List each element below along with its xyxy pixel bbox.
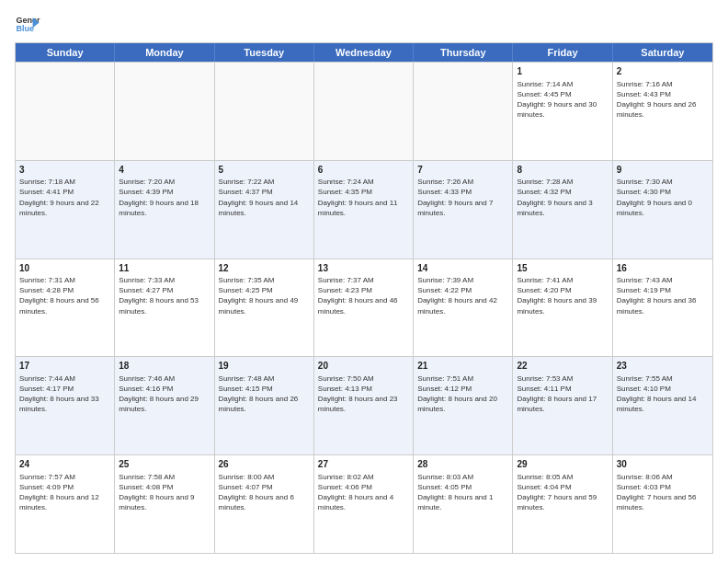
day-cell-5: 5Sunrise: 7:22 AM Sunset: 4:37 PM Daylig… [215, 161, 314, 259]
day-number: 14 [417, 262, 508, 275]
day-cell-20: 20Sunrise: 7:50 AM Sunset: 4:13 PM Dayli… [314, 357, 414, 454]
calendar-header: SundayMondayTuesdayWednesdayThursdayFrid… [16, 43, 712, 62]
day-number: 10 [19, 262, 110, 275]
day-info: Sunrise: 7:44 AM Sunset: 4:17 PM Dayligh… [19, 373, 110, 415]
day-cell-14: 14Sunrise: 7:39 AM Sunset: 4:22 PM Dayli… [414, 259, 513, 357]
logo-icon: General Blue [15, 11, 40, 37]
day-number: 3 [19, 164, 110, 177]
day-info: Sunrise: 7:20 AM Sunset: 4:39 PM Dayligh… [119, 177, 210, 218]
day-info: Sunrise: 8:02 AM Sunset: 4:06 PM Dayligh… [318, 472, 409, 513]
header: General Blue [15, 11, 713, 37]
day-info: Sunrise: 7:26 AM Sunset: 4:33 PM Dayligh… [417, 177, 508, 218]
day-cell-21: 21Sunrise: 7:51 AM Sunset: 4:12 PM Dayli… [414, 357, 513, 454]
day-info: Sunrise: 7:58 AM Sunset: 4:08 PM Dayligh… [119, 472, 210, 513]
day-cell-4: 4Sunrise: 7:20 AM Sunset: 4:39 PM Daylig… [115, 161, 214, 259]
day-info: Sunrise: 7:55 AM Sunset: 4:10 PM Dayligh… [617, 373, 709, 415]
day-info: Sunrise: 7:39 AM Sunset: 4:22 PM Dayligh… [417, 275, 508, 316]
day-number: 25 [119, 458, 210, 471]
day-cell-25: 25Sunrise: 7:58 AM Sunset: 4:08 PM Dayli… [115, 455, 214, 553]
calendar-row-1: 3Sunrise: 7:18 AM Sunset: 4:41 PM Daylig… [16, 160, 712, 259]
day-number: 22 [517, 360, 608, 373]
day-info: Sunrise: 7:41 AM Sunset: 4:20 PM Dayligh… [517, 275, 608, 316]
day-number: 1 [517, 65, 608, 78]
header-cell-friday: Friday [513, 43, 612, 62]
calendar: SundayMondayTuesdayWednesdayThursdayFrid… [15, 42, 713, 554]
day-info: Sunrise: 7:14 AM Sunset: 4:45 PM Dayligh… [517, 79, 608, 121]
day-info: Sunrise: 7:51 AM Sunset: 4:12 PM Dayligh… [417, 373, 508, 415]
calendar-row-4: 24Sunrise: 7:57 AM Sunset: 4:09 PM Dayli… [16, 454, 712, 553]
day-number: 16 [617, 262, 709, 275]
day-info: Sunrise: 7:48 AM Sunset: 4:15 PM Dayligh… [219, 373, 310, 415]
calendar-body: 1Sunrise: 7:14 AM Sunset: 4:45 PM Daylig… [16, 62, 712, 553]
day-number: 9 [617, 164, 709, 177]
calendar-row-2: 10Sunrise: 7:31 AM Sunset: 4:28 PM Dayli… [16, 259, 712, 357]
day-number: 24 [19, 458, 110, 471]
day-number: 13 [318, 262, 409, 275]
day-info: Sunrise: 7:16 AM Sunset: 4:43 PM Dayligh… [617, 79, 709, 121]
day-info: Sunrise: 7:57 AM Sunset: 4:09 PM Dayligh… [19, 472, 110, 513]
day-number: 17 [19, 360, 110, 373]
day-cell-2: 2Sunrise: 7:16 AM Sunset: 4:43 PM Daylig… [613, 63, 712, 160]
day-cell-7: 7Sunrise: 7:26 AM Sunset: 4:33 PM Daylig… [414, 161, 513, 259]
day-info: Sunrise: 7:22 AM Sunset: 4:37 PM Dayligh… [219, 177, 310, 218]
header-cell-monday: Monday [115, 43, 214, 62]
page: General Blue SundayMondayTuesdayWednesda… [0, 0, 728, 563]
empty-cell [314, 63, 414, 160]
day-cell-12: 12Sunrise: 7:35 AM Sunset: 4:25 PM Dayli… [215, 259, 314, 357]
day-info: Sunrise: 7:46 AM Sunset: 4:16 PM Dayligh… [119, 373, 210, 415]
day-cell-15: 15Sunrise: 7:41 AM Sunset: 4:20 PM Dayli… [513, 259, 612, 357]
day-number: 15 [517, 262, 608, 275]
day-number: 7 [417, 164, 508, 177]
day-cell-1: 1Sunrise: 7:14 AM Sunset: 4:45 PM Daylig… [513, 63, 612, 160]
day-number: 19 [219, 360, 310, 373]
day-cell-10: 10Sunrise: 7:31 AM Sunset: 4:28 PM Dayli… [16, 259, 115, 357]
day-cell-26: 26Sunrise: 8:00 AM Sunset: 4:07 PM Dayli… [215, 455, 314, 553]
day-number: 27 [318, 458, 409, 471]
day-info: Sunrise: 8:06 AM Sunset: 4:03 PM Dayligh… [617, 472, 709, 513]
day-number: 2 [617, 65, 709, 78]
day-number: 20 [318, 360, 409, 373]
day-number: 18 [119, 360, 210, 373]
day-info: Sunrise: 7:18 AM Sunset: 4:41 PM Dayligh… [19, 177, 110, 218]
header-cell-wednesday: Wednesday [314, 43, 414, 62]
header-cell-saturday: Saturday [613, 43, 712, 62]
logo: General Blue [15, 11, 40, 37]
header-cell-thursday: Thursday [414, 43, 513, 62]
day-number: 12 [219, 262, 310, 275]
header-cell-sunday: Sunday [16, 43, 115, 62]
day-number: 29 [517, 458, 608, 471]
day-cell-30: 30Sunrise: 8:06 AM Sunset: 4:03 PM Dayli… [613, 455, 712, 553]
day-info: Sunrise: 7:31 AM Sunset: 4:28 PM Dayligh… [19, 275, 110, 316]
svg-text:Blue: Blue [16, 24, 34, 33]
empty-cell [115, 63, 214, 160]
day-info: Sunrise: 7:30 AM Sunset: 4:30 PM Dayligh… [617, 177, 709, 218]
calendar-row-3: 17Sunrise: 7:44 AM Sunset: 4:17 PM Dayli… [16, 356, 712, 454]
day-info: Sunrise: 7:33 AM Sunset: 4:27 PM Dayligh… [119, 275, 210, 316]
empty-cell [414, 63, 513, 160]
day-number: 6 [318, 164, 409, 177]
day-info: Sunrise: 8:03 AM Sunset: 4:05 PM Dayligh… [417, 472, 508, 513]
day-number: 4 [119, 164, 210, 177]
day-info: Sunrise: 8:00 AM Sunset: 4:07 PM Dayligh… [219, 472, 310, 513]
day-info: Sunrise: 7:35 AM Sunset: 4:25 PM Dayligh… [219, 275, 310, 316]
day-cell-17: 17Sunrise: 7:44 AM Sunset: 4:17 PM Dayli… [16, 357, 115, 454]
day-number: 11 [119, 262, 210, 275]
day-info: Sunrise: 7:43 AM Sunset: 4:19 PM Dayligh… [617, 275, 709, 316]
day-cell-22: 22Sunrise: 7:53 AM Sunset: 4:11 PM Dayli… [513, 357, 612, 454]
day-info: Sunrise: 7:53 AM Sunset: 4:11 PM Dayligh… [517, 373, 608, 415]
day-info: Sunrise: 7:37 AM Sunset: 4:23 PM Dayligh… [318, 275, 409, 316]
day-cell-16: 16Sunrise: 7:43 AM Sunset: 4:19 PM Dayli… [613, 259, 712, 357]
day-cell-11: 11Sunrise: 7:33 AM Sunset: 4:27 PM Dayli… [115, 259, 214, 357]
day-cell-19: 19Sunrise: 7:48 AM Sunset: 4:15 PM Dayli… [215, 357, 314, 454]
empty-cell [16, 63, 115, 160]
day-cell-23: 23Sunrise: 7:55 AM Sunset: 4:10 PM Dayli… [613, 357, 712, 454]
day-cell-8: 8Sunrise: 7:28 AM Sunset: 4:32 PM Daylig… [513, 161, 612, 259]
empty-cell [215, 63, 314, 160]
day-cell-27: 27Sunrise: 8:02 AM Sunset: 4:06 PM Dayli… [314, 455, 414, 553]
day-number: 8 [517, 164, 608, 177]
calendar-row-0: 1Sunrise: 7:14 AM Sunset: 4:45 PM Daylig… [16, 62, 712, 160]
day-cell-3: 3Sunrise: 7:18 AM Sunset: 4:41 PM Daylig… [16, 161, 115, 259]
day-cell-13: 13Sunrise: 7:37 AM Sunset: 4:23 PM Dayli… [314, 259, 414, 357]
header-cell-tuesday: Tuesday [215, 43, 314, 62]
day-cell-29: 29Sunrise: 8:05 AM Sunset: 4:04 PM Dayli… [513, 455, 612, 553]
